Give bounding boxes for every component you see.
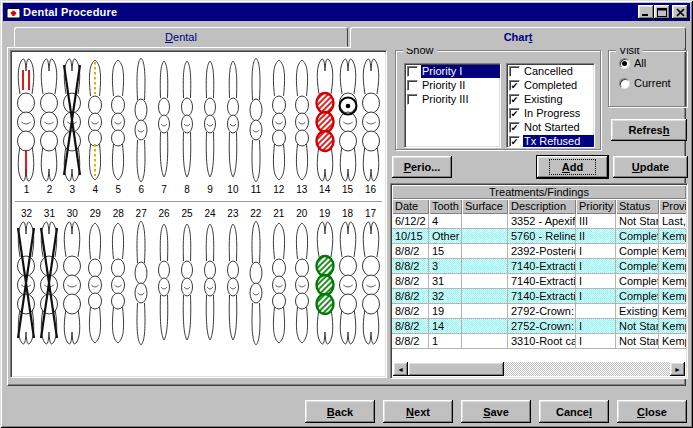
tooth-2[interactable]: 2 bbox=[38, 56, 61, 195]
tooth-16[interactable]: 16 bbox=[359, 56, 382, 195]
back-button[interactable]: Back bbox=[305, 400, 375, 423]
tooth-22[interactable]: 22 bbox=[244, 208, 267, 347]
table-row[interactable]: 8/8/2142752-Crown: porcINot StartKemp bbox=[392, 319, 686, 334]
column-header-status[interactable]: Status bbox=[616, 199, 659, 214]
checkbox-icon[interactable]: ✔ bbox=[509, 136, 520, 147]
horizontal-scrollbar[interactable]: ◄ ► bbox=[393, 362, 685, 376]
tooth-25[interactable]: 25 bbox=[176, 208, 199, 347]
tooth-32[interactable]: 32 bbox=[15, 208, 38, 347]
tooth-18[interactable]: 18 bbox=[336, 208, 359, 347]
table-row[interactable]: 10/15Other5760 - Reline partiIICompleteK… bbox=[392, 229, 686, 244]
cell-priority bbox=[576, 304, 616, 319]
status-filter-item[interactable]: ✔Completed bbox=[507, 78, 594, 92]
checkbox-icon[interactable]: ✔ bbox=[509, 108, 520, 119]
table-row[interactable]: 8/8/2327140-Extraction, eICompleteKemp bbox=[392, 289, 686, 304]
tooth-24[interactable]: 24 bbox=[199, 208, 222, 347]
checkbox-icon[interactable] bbox=[509, 66, 520, 77]
tooth-26[interactable]: 26 bbox=[153, 208, 176, 347]
status-filter-item[interactable]: ✔Not Started bbox=[507, 120, 594, 134]
refresh-button[interactable]: Refresh bbox=[611, 119, 687, 141]
checkbox-icon[interactable] bbox=[407, 80, 418, 91]
column-header-provider[interactable]: Provider bbox=[659, 199, 686, 214]
tooth-4[interactable]: 4 bbox=[84, 56, 107, 195]
tooth-5[interactable]: 5 bbox=[107, 56, 130, 195]
tooth-14[interactable]: 14 bbox=[313, 56, 336, 195]
table-row[interactable]: 8/8/2192792-Crown: noblExistingKemp bbox=[392, 304, 686, 319]
tooth-10[interactable]: 10 bbox=[221, 56, 244, 195]
tooth-1[interactable]: 1 bbox=[15, 56, 38, 195]
column-header-date[interactable]: Date bbox=[392, 199, 429, 214]
visit-option-current[interactable]: Current bbox=[619, 75, 686, 91]
priority-filter-item[interactable]: Priority I bbox=[405, 64, 500, 78]
cell-description: 5760 - Reline parti bbox=[508, 229, 576, 244]
tooth-9[interactable]: 9 bbox=[199, 56, 222, 195]
visit-option-all[interactable]: All bbox=[619, 55, 686, 71]
tooth-31[interactable]: 31 bbox=[38, 208, 61, 347]
cell-tooth: 14 bbox=[429, 319, 462, 334]
tooth-19[interactable]: 19 bbox=[313, 208, 336, 347]
tooth-7[interactable]: 7 bbox=[153, 56, 176, 195]
status-filter-item[interactable]: ✔Existing bbox=[507, 92, 594, 106]
tooth-28[interactable]: 28 bbox=[107, 208, 130, 347]
tooth-30[interactable]: 30 bbox=[61, 208, 84, 347]
close-button[interactable]: Close bbox=[617, 400, 687, 423]
table-row[interactable]: 6/12/243352 - ApexificatioIIINot StartLa… bbox=[392, 214, 686, 229]
column-header-surface[interactable]: Surface bbox=[462, 199, 508, 214]
table-row[interactable]: 8/8/213310-Root canal tINot StartKemp bbox=[392, 334, 686, 349]
checkbox-icon[interactable]: ✔ bbox=[509, 122, 520, 133]
column-header-description[interactable]: Description bbox=[508, 199, 576, 214]
checkbox-icon[interactable] bbox=[407, 94, 418, 105]
radio-icon[interactable] bbox=[619, 58, 630, 69]
save-button[interactable]: Save bbox=[461, 400, 531, 423]
status-filter-item[interactable]: Cancelled bbox=[507, 64, 594, 78]
cancel-button[interactable]: Cancel bbox=[539, 400, 609, 423]
checkbox-icon[interactable]: ✔ bbox=[509, 80, 520, 91]
checkbox-icon[interactable]: ✔ bbox=[509, 94, 520, 105]
perio-button[interactable]: Perio... bbox=[392, 156, 452, 178]
tooth-6[interactable]: 6 bbox=[130, 56, 153, 195]
table-row[interactable]: 8/8/2317140-Extraction, eICompleteKemp bbox=[392, 274, 686, 289]
tooth-8[interactable]: 8 bbox=[176, 56, 199, 195]
table-row[interactable]: 8/8/2152392-Posterior coICompleteKemp bbox=[392, 244, 686, 259]
tab-dental[interactable]: Dental bbox=[14, 27, 348, 47]
status-filter-item[interactable]: ✔Tx Refused bbox=[507, 134, 594, 148]
list-item-label: In Progress bbox=[523, 107, 594, 120]
cell-priority: I bbox=[576, 334, 616, 349]
checkbox-icon[interactable] bbox=[407, 66, 418, 77]
tooth-27[interactable]: 27 bbox=[130, 208, 153, 347]
status-filter-list[interactable]: Cancelled✔Completed✔Existing✔In Progress… bbox=[506, 63, 595, 148]
tooth-12[interactable]: 12 bbox=[267, 56, 290, 195]
tooth-15[interactable]: 15 bbox=[336, 56, 359, 195]
priority-filter-list[interactable]: Priority IPriority IIPriority III bbox=[404, 63, 501, 148]
add-button[interactable]: Add bbox=[537, 156, 608, 178]
next-button[interactable]: Next bbox=[383, 400, 453, 423]
status-filter-item[interactable]: ✔In Progress bbox=[507, 106, 594, 120]
minimize-button[interactable] bbox=[638, 5, 654, 19]
update-button[interactable]: Update bbox=[613, 156, 688, 178]
dental-procedure-window: Dental Procedure Dental Chart 1234567891… bbox=[0, 0, 693, 428]
tab-chart[interactable]: Chart bbox=[350, 27, 686, 48]
scroll-left-icon[interactable]: ◄ bbox=[393, 362, 408, 376]
tooth-13[interactable]: 13 bbox=[290, 56, 313, 195]
tooth-21[interactable]: 21 bbox=[267, 208, 290, 347]
priority-filter-item[interactable]: Priority III bbox=[405, 92, 500, 106]
scrollbar-thumb[interactable] bbox=[408, 362, 504, 376]
priority-filter-item[interactable]: Priority II bbox=[405, 78, 500, 92]
column-header-tooth[interactable]: Tooth bbox=[429, 199, 462, 214]
column-header-priority[interactable]: Priority bbox=[576, 199, 616, 214]
close-button[interactable] bbox=[672, 5, 688, 19]
cell-surface bbox=[462, 214, 508, 229]
tooth-29[interactable]: 29 bbox=[84, 208, 107, 347]
lower-arch: 32313029282726252423222120191817 bbox=[15, 208, 382, 347]
scrollbar-track[interactable] bbox=[504, 362, 670, 376]
scroll-right-icon[interactable]: ► bbox=[670, 362, 685, 376]
tooth-20[interactable]: 20 bbox=[290, 208, 313, 347]
tooth-23[interactable]: 23 bbox=[221, 208, 244, 347]
maximize-button[interactable] bbox=[654, 5, 670, 19]
tooth-17[interactable]: 17 bbox=[359, 208, 382, 347]
tooth-3[interactable]: 3 bbox=[61, 56, 84, 195]
tooth-11[interactable]: 11 bbox=[244, 56, 267, 195]
table-row[interactable]: 8/8/237140-Extraction, eICompleteKemp bbox=[392, 259, 686, 274]
cell-status: Complete bbox=[616, 244, 659, 259]
radio-icon[interactable] bbox=[619, 78, 630, 89]
